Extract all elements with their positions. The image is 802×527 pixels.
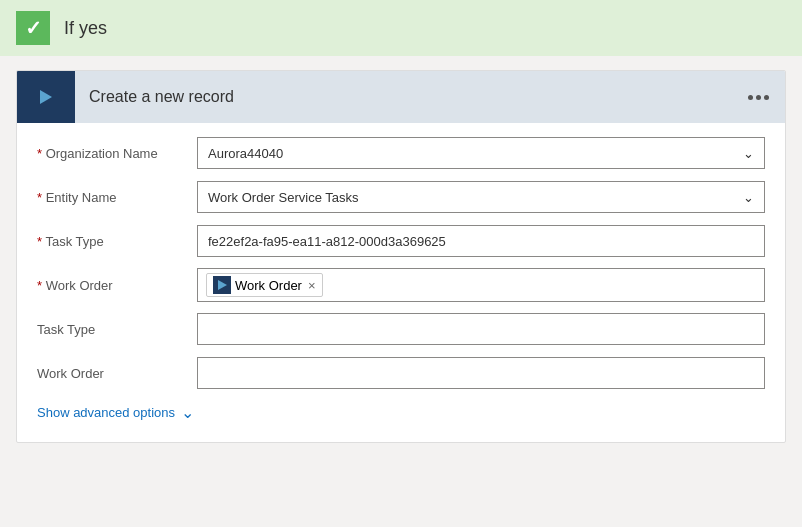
task-type-control [197,225,765,257]
if-yes-header: ✓ If yes [0,0,802,56]
work-order-optional-control [197,357,765,389]
work-order-optional-input[interactable] [197,357,765,389]
work-order-required-label: Work Order [37,278,197,293]
chevron-down-advanced-icon: ⌄ [181,403,194,422]
entity-name-row: Entity Name Work Order Service Tasks ⌄ [37,179,765,215]
org-name-control: Aurora44040 ⌄ [197,137,765,169]
work-order-optional-row: Work Order [37,355,765,391]
task-type-input[interactable] [197,225,765,257]
org-name-value: Aurora44040 [208,146,283,161]
show-advanced-options[interactable]: Show advanced options ⌄ [37,399,765,426]
org-name-dropdown[interactable]: Aurora44040 ⌄ [197,137,765,169]
if-yes-label: If yes [64,18,107,39]
more-options-button[interactable] [732,95,785,100]
create-record-card: Create a new record Organization Name Au… [16,70,786,443]
org-name-row: Organization Name Aurora44040 ⌄ [37,135,765,171]
check-icon: ✓ [16,11,50,45]
three-dots-icon [748,95,769,100]
org-name-label: Organization Name [37,146,197,161]
tag-play-icon [213,276,231,294]
task-type-optional-input[interactable] [197,313,765,345]
work-order-control: Work Order × [197,268,765,302]
task-type-optional-control [197,313,765,345]
task-type-required-row: Task Type [37,223,765,259]
task-type-optional-label: Task Type [37,322,197,337]
show-advanced-label: Show advanced options [37,405,175,420]
tag-close-button[interactable]: × [308,278,316,293]
work-order-tag: Work Order × [206,273,323,297]
chevron-down-icon: ⌄ [743,147,754,160]
task-type-required-label: Task Type [37,234,197,249]
card-icon [17,71,75,123]
tag-label: Work Order [235,278,302,293]
play-icon [40,90,52,104]
chevron-down-icon-2: ⌄ [743,191,754,204]
card-body: Organization Name Aurora44040 ⌄ Entity N… [17,123,785,442]
entity-name-dropdown[interactable]: Work Order Service Tasks ⌄ [197,181,765,213]
work-order-tag-input[interactable]: Work Order × [197,268,765,302]
task-type-optional-row: Task Type [37,311,765,347]
entity-name-label: Entity Name [37,190,197,205]
work-order-required-row: Work Order Work Order × [37,267,765,303]
card-header: Create a new record [17,71,785,123]
entity-name-control: Work Order Service Tasks ⌄ [197,181,765,213]
work-order-optional-label: Work Order [37,366,197,381]
entity-name-value: Work Order Service Tasks [208,190,359,205]
card-title: Create a new record [75,88,732,106]
